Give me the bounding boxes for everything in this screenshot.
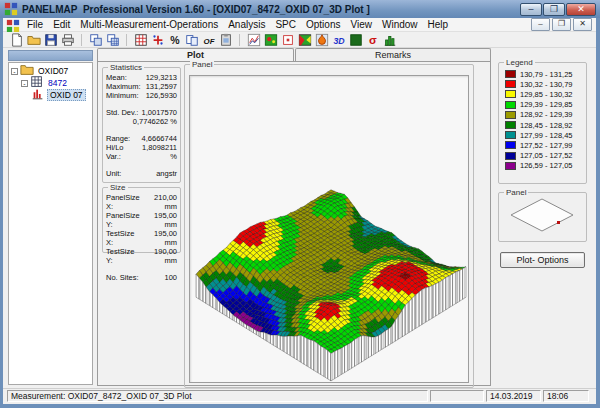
add-measurement-points-button[interactable] bbox=[149, 32, 166, 47]
print-button[interactable] bbox=[59, 32, 76, 47]
plot-canvas bbox=[189, 75, 469, 383]
stat-row: Range:4,6666744 bbox=[103, 134, 180, 143]
copy-panel-grid-button[interactable] bbox=[104, 32, 121, 47]
mdi-system-menu-icon[interactable] bbox=[6, 19, 18, 31]
stat-value: 4,6666744 bbox=[142, 134, 177, 143]
mdi-minimize-button[interactable]: – bbox=[531, 18, 550, 31]
legend-entry: 128,92 - 129,39 bbox=[499, 110, 586, 120]
toolbar-separator bbox=[81, 34, 82, 46]
color-map-button[interactable] bbox=[296, 32, 313, 47]
window-title: PANELMAP Professional Version 1.60 - [OX… bbox=[22, 4, 370, 15]
tree-item-oxid-07[interactable]: OXID 07 bbox=[9, 89, 92, 101]
line-chart-button[interactable] bbox=[245, 32, 262, 47]
menu-spc[interactable]: SPC bbox=[270, 18, 301, 31]
legend-title: Legend bbox=[504, 58, 535, 67]
menu-window[interactable]: Window bbox=[377, 18, 423, 31]
tree-panel-caption[interactable] bbox=[8, 50, 93, 61]
panel-outline-shape bbox=[499, 193, 586, 237]
expander-minus-icon[interactable]: - bbox=[11, 68, 18, 75]
stat-label: PanelSize X: bbox=[106, 193, 144, 211]
legend-color-swatch bbox=[505, 111, 516, 119]
paste-clipboard-icon bbox=[219, 33, 233, 47]
status-date: 14.03.2019 bbox=[486, 390, 541, 402]
flame-icon bbox=[315, 33, 329, 47]
new-document-button[interactable] bbox=[8, 32, 25, 47]
stat-row: Maximum:131,2597 bbox=[103, 82, 180, 91]
tree-item-8472[interactable]: -8472 bbox=[9, 77, 92, 89]
stat-label: Range: bbox=[106, 134, 130, 143]
add-measurement-points-icon bbox=[151, 33, 165, 47]
copy-panel-button[interactable] bbox=[87, 32, 104, 47]
client-area: FileEditMulti-Measurement-OperationsAnal… bbox=[3, 18, 596, 404]
toolbar-separator bbox=[239, 34, 240, 46]
status-bar: Measurement: OXID07_8472_OXID 07_3D Plot… bbox=[3, 388, 596, 404]
paste-clipboard-button[interactable] bbox=[217, 32, 234, 47]
spacer bbox=[103, 161, 180, 169]
copy-panel-icon bbox=[89, 33, 103, 47]
solid-green-panel-button[interactable] bbox=[347, 32, 364, 47]
legend-range-label: 130,32 - 130,79 bbox=[520, 80, 573, 89]
minimize-button[interactable]: – bbox=[520, 3, 542, 16]
menu-analysis[interactable]: Analysis bbox=[223, 18, 270, 31]
panel-preview-title: Panel bbox=[504, 188, 528, 197]
tab-remarks[interactable]: Remarks bbox=[295, 48, 491, 62]
stat-row: Minimum:126,5930 bbox=[103, 91, 180, 100]
menu-help[interactable]: Help bbox=[423, 18, 454, 31]
stat-value: 195,00 mm bbox=[142, 229, 178, 247]
small-panel-button[interactable] bbox=[279, 32, 296, 47]
plot-3d-icon: 3D bbox=[332, 33, 346, 47]
stat-row: 0,7746262 % bbox=[103, 117, 180, 126]
statistics-group: Statistics Mean:129,3213Maximum:131,2597… bbox=[102, 67, 181, 183]
menu-options[interactable]: Options bbox=[301, 18, 345, 31]
plot-options-button[interactable]: Plot- Options bbox=[500, 252, 585, 268]
stat-label: Std. Dev.: bbox=[106, 108, 138, 117]
plot-3d-button[interactable]: 3D bbox=[330, 32, 347, 47]
menu-view[interactable]: View bbox=[345, 18, 377, 31]
solid-green-panel-icon bbox=[349, 33, 363, 47]
chart-red-icon bbox=[31, 87, 47, 103]
color-map-icon bbox=[298, 33, 312, 47]
legend-entry: 128,45 - 128,92 bbox=[499, 120, 586, 130]
stat-row: TestSize X:195,00 mm bbox=[103, 229, 180, 247]
legend-color-swatch bbox=[505, 101, 516, 109]
panel-plot-group: Panel bbox=[184, 64, 474, 388]
legend-range-label: 127,52 - 127,99 bbox=[520, 141, 573, 150]
open-folder-button[interactable] bbox=[25, 32, 42, 47]
stat-label: Mean: bbox=[106, 73, 127, 82]
mdi-restore-button[interactable]: ❐ bbox=[552, 18, 571, 31]
stat-label: No. Sites: bbox=[106, 273, 139, 282]
stat-value: 195,00 mm bbox=[144, 211, 177, 229]
spacer bbox=[103, 126, 180, 134]
menu-multi-measurement-operations[interactable]: Multi-Measurement-Operations bbox=[75, 18, 223, 31]
histogram-button[interactable] bbox=[381, 32, 398, 47]
svg-text:%: % bbox=[170, 33, 180, 45]
legend-entry: 130,32 - 130,79 bbox=[499, 79, 586, 89]
stat-row: PanelSize X:210,00 mm bbox=[103, 193, 180, 211]
maximize-button[interactable]: ❐ bbox=[543, 3, 565, 16]
toolbar-group-4: 3Dσ bbox=[242, 32, 401, 47]
menu-file[interactable]: File bbox=[22, 18, 48, 31]
save-button[interactable] bbox=[42, 32, 59, 47]
app-logo-icon bbox=[4, 2, 18, 16]
stat-label: TestSize X: bbox=[106, 229, 142, 247]
close-button[interactable]: ✕ bbox=[566, 3, 596, 16]
stat-value: 210,00 mm bbox=[144, 193, 177, 211]
tree-item-oxid07[interactable]: -OXID07 bbox=[9, 65, 92, 77]
stat-row: Unit:angstr bbox=[103, 169, 180, 178]
menu-edit[interactable]: Edit bbox=[48, 18, 75, 31]
percent-scale-button[interactable]: % bbox=[166, 32, 183, 47]
main-area: -OXID07-8472OXID 07 Plot Remarks Statist… bbox=[3, 48, 596, 388]
legend-color-swatch bbox=[505, 80, 516, 88]
of-symbol-icon: OF bbox=[202, 33, 216, 47]
sigma-button[interactable]: σ bbox=[364, 32, 381, 47]
toolbar-separator bbox=[126, 34, 127, 46]
panel-red-grid-button[interactable] bbox=[132, 32, 149, 47]
of-symbol-button[interactable]: OF bbox=[200, 32, 217, 47]
copy-pages-button[interactable] bbox=[183, 32, 200, 47]
mdi-close-button[interactable]: ✕ bbox=[573, 18, 592, 31]
expander-minus-icon[interactable]: - bbox=[21, 80, 28, 87]
stat-row: Mean:129,3213 bbox=[103, 73, 180, 82]
green-map-button[interactable] bbox=[262, 32, 279, 47]
flame-button[interactable] bbox=[313, 32, 330, 47]
legend-entry: 127,52 - 127,99 bbox=[499, 140, 586, 150]
